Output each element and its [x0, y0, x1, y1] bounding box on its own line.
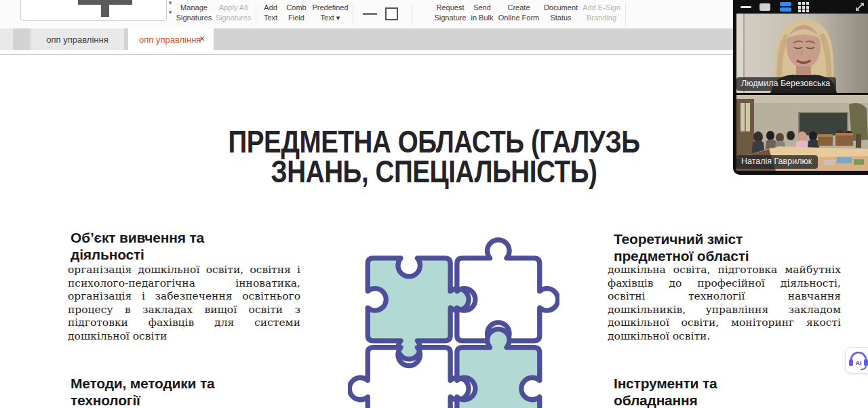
video-panel-header: [733, 0, 868, 14]
slide-title-line1: ПРЕДМЕТНА ОБЛАСТЬ (ГАЛУЗЬ: [78, 127, 790, 157]
apply-all-signatures-button[interactable]: Apply All Signatures: [216, 3, 252, 23]
add-esign-branding-button[interactable]: Add E-Sign Branding: [583, 3, 620, 23]
spinner-up-icon[interactable]: ▾: [165, 0, 175, 7]
spinner-down-icon[interactable]: ▾: [165, 8, 175, 16]
ai-assistant-button[interactable]: AI: [845, 347, 868, 373]
button-label: Predefined: [312, 3, 348, 13]
heading-line: Теоретичний зміст: [614, 230, 749, 247]
rectangle-shape-tool[interactable]: [385, 7, 398, 20]
participant-name-badge: Людмила Березовська: [736, 77, 836, 91]
section-heading-tools: Інструменти та обладнання: [614, 375, 717, 408]
close-icon[interactable]: ×: [197, 33, 208, 44]
request-signature-button[interactable]: Request Signature: [434, 3, 466, 23]
heading-line: предметної області: [614, 247, 749, 264]
button-label: Status: [544, 13, 578, 23]
button-label: Send: [471, 3, 493, 13]
document-status-button[interactable]: Document Status: [544, 3, 578, 23]
puzzle-piece-top-left: [368, 258, 469, 359]
button-label: Add E-Sign: [583, 3, 620, 13]
slide-title: ПРЕДМЕТНА ОБЛАСТЬ (ГАЛУЗЬ ЗНАНЬ, СПЕЦІАЛ…: [78, 127, 790, 186]
participant-video-1[interactable]: Людмила Березовська: [736, 14, 868, 93]
button-label: Text: [264, 13, 277, 23]
signature-preview-box[interactable]: [20, 0, 167, 21]
svg-text:AI: AI: [855, 359, 862, 367]
section-heading-object: Об’єкт вивчення та діяльності: [71, 229, 204, 263]
button-label: Online Form: [498, 13, 540, 23]
button-label: in Bulk: [471, 13, 493, 23]
heading-line: технології: [71, 392, 215, 408]
heading-line: обладнання: [614, 392, 717, 408]
heading-line: Інструменти та: [614, 375, 717, 392]
toolbar-separator: [412, 3, 412, 26]
button-label: Document: [544, 3, 578, 13]
button-label: Manage: [176, 3, 212, 13]
comb-field-button[interactable]: Comb Field: [286, 3, 306, 23]
button-label: Signatures: [176, 13, 212, 23]
participant-video-2[interactable]: Наталія Гаврилюк: [736, 95, 868, 171]
minimize-icon[interactable]: [741, 6, 751, 8]
toolbar-separator: [256, 3, 256, 26]
heading-line: Методи, методики та: [71, 375, 215, 392]
ai-headset-icon: AI: [846, 348, 868, 371]
participant-name-badge: Наталія Гаврилюк: [736, 155, 818, 169]
section-heading-methods: Методи, методики та технології: [71, 375, 215, 408]
manage-signatures-button[interactable]: Manage Signatures: [176, 3, 212, 23]
add-text-button[interactable]: Add Text: [264, 3, 277, 23]
puzzle-piece-top-right: [457, 240, 558, 341]
button-label: Apply All: [216, 3, 252, 13]
tab-opp-upravlinnia[interactable]: опп управління: [31, 28, 124, 50]
gallery-view-icon[interactable]: [798, 2, 809, 12]
expand-icon[interactable]: [854, 1, 866, 13]
tab-label: опп управління: [139, 35, 201, 45]
application-window: ▾ ▾ Manage Signatures Apply All Signatur…: [0, 0, 868, 408]
heading-line: Об’єкт вивчення та: [71, 229, 204, 246]
tab-label: опп управління: [46, 35, 108, 45]
button-label: Add: [264, 3, 277, 13]
toolbar-separator: [625, 3, 626, 26]
split-view-icon[interactable]: [780, 2, 791, 12]
slide-title-line2: ЗНАНЬ, СПЕЦІАЛЬНІСТЬ): [78, 157, 790, 186]
predefined-text-button[interactable]: Predefined Text ▾: [312, 3, 348, 23]
heading-line: діяльності: [71, 246, 204, 263]
section-body-object: організація дошкільної освіти, освітня і…: [68, 264, 300, 344]
video-conference-panel: Людмила Березовська: [733, 0, 868, 175]
section-heading-theory: Теоретичний зміст предметної області: [614, 230, 749, 264]
line-shape-tool[interactable]: [363, 13, 377, 15]
tab-partial[interactable]: [0, 28, 13, 50]
plus-icon: [101, 0, 109, 17]
speaker-view-icon[interactable]: [760, 3, 770, 11]
button-label: Branding: [583, 13, 620, 23]
button-label: Comb: [286, 3, 306, 13]
send-in-bulk-button[interactable]: Send in Bulk: [471, 3, 493, 23]
button-label: Request: [434, 3, 466, 13]
puzzle-pieces-graphic: [348, 237, 559, 408]
section-body-theory: дошкільна освіта, підготовка майбутніх ф…: [608, 264, 841, 344]
tab-opp-upravlinnia-active[interactable]: опп управління ×: [128, 28, 214, 50]
toolbar-separator: [353, 3, 353, 26]
button-label: Signatures: [216, 13, 252, 23]
button-label: Text ▾: [312, 13, 348, 23]
button-label: Create: [498, 3, 540, 13]
button-label: Field: [286, 13, 306, 23]
button-label: Signature: [434, 13, 466, 23]
create-online-form-button[interactable]: Create Online Form: [498, 3, 540, 23]
